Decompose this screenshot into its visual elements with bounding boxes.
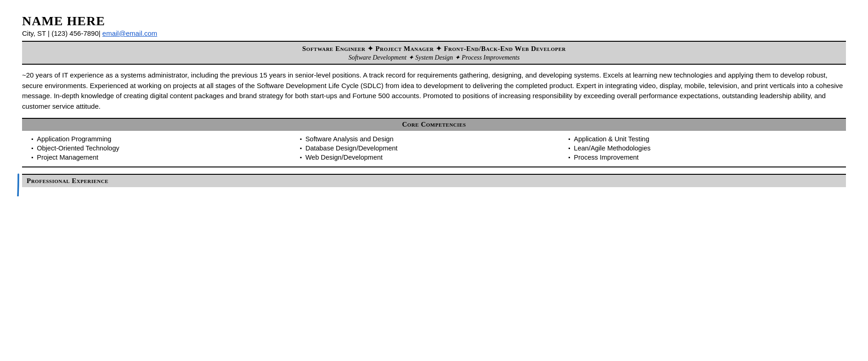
annotation-arrow	[6, 170, 22, 196]
list-item: Web Design/Development	[300, 153, 569, 162]
contact-line: City, ST | (123) 456-7890| email@email.c…	[22, 29, 846, 37]
competencies-grid: Application Programming Object-Oriented …	[22, 131, 846, 167]
list-item: Lean/Agile Methodologies	[568, 144, 837, 153]
list-item: Application & Unit Testing	[568, 134, 837, 144]
list-item: Software Analysis and Design	[300, 134, 569, 144]
competencies-col-2: Software Analysis and Design Database De…	[300, 134, 569, 162]
list-item: Project Management	[31, 153, 300, 162]
summary-text: ~20 years of IT experience as a systems …	[22, 71, 843, 110]
list-item: Object-Oriented Technology	[31, 144, 300, 153]
banner-title: Software Engineer ✦ Project Manager ✦ Fr…	[27, 44, 841, 53]
list-item: Database Design/Development	[300, 144, 569, 153]
competencies-section: Core Competencies Application Programmin…	[22, 118, 846, 167]
summary-section: ~20 years of IT experience as a systems …	[22, 70, 846, 111]
banner-subtitle: Software Development ✦ System Design ✦ P…	[27, 54, 841, 61]
competencies-col-3: Application & Unit Testing Lean/Agile Me…	[568, 134, 837, 162]
header-banner: Software Engineer ✦ Project Manager ✦ Fr…	[22, 41, 846, 65]
contact-text: City, ST | (123) 456-7890|	[22, 29, 101, 37]
candidate-name: Name Here	[22, 14, 846, 28]
professional-experience-title: Professional Experience	[27, 177, 841, 185]
name-section: Name Here City, ST | (123) 456-7890| ema…	[22, 14, 846, 37]
competencies-header: Core Competencies	[22, 119, 846, 131]
competencies-col-1: Application Programming Object-Oriented …	[31, 134, 300, 162]
email-link[interactable]: email@email.com	[102, 29, 157, 37]
professional-experience-header: Professional Experience	[22, 174, 846, 187]
list-item: Application Programming	[31, 134, 300, 144]
list-item: Process Improvement	[568, 153, 837, 162]
